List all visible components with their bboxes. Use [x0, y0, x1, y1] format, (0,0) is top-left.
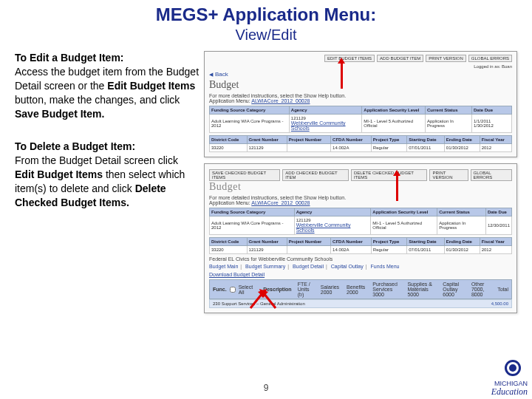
edit-bold-2: Save Budget Item.: [15, 108, 104, 120]
app-menu-line-2: Application Menu: ALWIACore_2012_00028: [209, 200, 512, 205]
td-agency: 121129Webberville Community Schools: [289, 115, 362, 133]
arrow-annotation-icon: [338, 58, 345, 89]
col: Purchased Services 3000: [372, 282, 400, 297]
col: Total: [497, 287, 508, 292]
th: Ending Date: [444, 136, 480, 144]
col: Other 7000, 8000: [471, 282, 490, 297]
td: Adult Learning WIA Core Programs - 2012: [210, 216, 295, 235]
edit-text-2: button, make the changes, and click: [15, 94, 180, 106]
th-status: Current Status: [425, 106, 471, 115]
action-button-row: SAVE CHECKED BUDGET ITEMS ADD CHECKED BU…: [209, 169, 512, 181]
tab-capital-outlay[interactable]: Capital Outlay: [331, 264, 364, 269]
td-seclevel: MI-1 - Level 5 Authorized Official: [362, 115, 426, 133]
td-status: Application In Progress: [425, 115, 471, 133]
th: Funding Source Category: [210, 208, 295, 216]
td: [287, 144, 330, 152]
global-errors-button[interactable]: GLOBAL ERRORS: [468, 55, 512, 62]
th: Ending Date: [444, 238, 480, 246]
add-budget-item-button[interactable]: ADD BUDGET ITEM: [377, 55, 423, 62]
select-all-checkbox[interactable]: [230, 287, 236, 293]
funding-table-2: Funding Source Category Agency Applicati…: [209, 208, 512, 235]
td: 07/01/2011: [407, 246, 445, 254]
app-menu-line: Application Menu: ALWIACore_2012_00028: [209, 98, 512, 103]
edit-budget-items-button[interactable]: EDIT BUDGET ITEMS: [324, 55, 375, 62]
district-table-2: District Code Grant Number Project Numbe…: [209, 237, 512, 254]
th: Project Number: [287, 238, 330, 246]
page-subtitle: View/Edit: [0, 27, 532, 44]
delete-checked-button[interactable]: DELETE CHECKED BUDGET ITEMS: [351, 169, 428, 181]
screenshot-budget-detail: SAVE CHECKED BUDGET ITEMS ADD CHECKED BU…: [204, 163, 517, 313]
delete-instructions: To Delete a Budget Item: From the Budget…: [15, 140, 200, 209]
help-text: For more detailed instructions, select t…: [209, 93, 512, 98]
arrow-annotation-icon: [256, 289, 279, 311]
th-seclevel: Application Security Level: [362, 106, 426, 115]
add-checked-button[interactable]: ADD CHECKED BUDGET ITEM: [282, 169, 349, 181]
page-title: MEGS+ Application Menu:: [0, 4, 532, 25]
th: Grant Number: [247, 238, 287, 246]
th-datedue: Date Due: [472, 106, 512, 115]
td: Regular: [371, 144, 406, 152]
th: Current Status: [437, 208, 486, 216]
td: 121129: [247, 144, 287, 152]
td: 12/30/2011: [485, 216, 511, 235]
delete-text-1: From the Budget Detail screen click: [15, 154, 178, 166]
th-funding: Funding Source Category: [210, 106, 290, 115]
th: District Code: [210, 136, 248, 144]
td: 33220: [210, 246, 248, 254]
back-link[interactable]: Back: [209, 71, 512, 78]
tab-budget-summary[interactable]: Budget Summary: [245, 264, 285, 269]
page-number: 9: [264, 383, 269, 393]
global-errors-button-2[interactable]: GLOBAL ERRORS: [471, 169, 512, 181]
th-agency: Agency: [289, 106, 362, 115]
td: 121129: [247, 246, 287, 254]
delete-heading: To Delete a Budget Item:: [15, 140, 135, 152]
tab-budget-detail[interactable]: Budget Detail: [293, 264, 324, 269]
th: Application Security Level: [371, 208, 437, 216]
th: Grant Number: [247, 136, 287, 144]
district-table: District Code Grant Number Project Numbe…: [209, 135, 512, 152]
th: Project Type: [371, 136, 406, 144]
value-amount[interactable]: 4,500.00: [491, 301, 508, 306]
td: 14.002A: [331, 246, 372, 254]
col: Benefits 2000: [347, 284, 365, 295]
td: Regular: [371, 246, 406, 254]
app-menu-link[interactable]: ALWIACore_2012_00028: [251, 98, 310, 103]
col: Salaries 2000: [321, 284, 339, 295]
td-datedue: 1/1/2011 1/30/2012: [472, 115, 512, 133]
func-label: Func.: [213, 287, 227, 292]
td: 01/30/2012: [444, 144, 480, 152]
download-budget-detail-link[interactable]: Download Budget Detail: [209, 272, 265, 277]
delete-bold-1: Edit Budget Items: [15, 168, 103, 180]
funding-table: Funding Source Category Agency Applicati…: [209, 106, 512, 133]
content-area: To Edit a Budget Item: Access the budget…: [0, 51, 532, 313]
print-version-button-2[interactable]: PRINT VERSION: [429, 169, 468, 181]
th: Fiscal Year: [480, 136, 511, 144]
print-version-button[interactable]: PRINT VERSION: [426, 55, 466, 62]
screenshot-budget-top: EDIT BUDGET ITEMS ADD BUDGET ITEM PRINT …: [204, 51, 517, 157]
edit-instructions: To Edit a Budget Item: Access the budget…: [15, 51, 200, 120]
th: District Code: [210, 238, 248, 246]
edit-heading: To Edit a Budget Item:: [15, 52, 124, 64]
app-menu-link-2[interactable]: ALWIACore_2012_00028: [251, 200, 310, 205]
help-text-2: For more detailed instructions, select t…: [209, 195, 512, 200]
screenshots-column: EDIT BUDGET ITEMS ADD BUDGET ITEM PRINT …: [204, 51, 517, 313]
th: CFDA Number: [331, 136, 372, 144]
federal-line: Federal EL Civics for Webberville Commun…: [209, 256, 512, 262]
save-checked-button[interactable]: SAVE CHECKED BUDGET ITEMS: [209, 169, 280, 181]
th: Agency: [294, 208, 371, 216]
michigan-education-logo: MICHIGAN Education: [491, 358, 528, 396]
td: 07/01/2011: [407, 144, 445, 152]
seal-icon: [498, 358, 528, 378]
td-funding: Adult Learning WIA Core Programs - 2012: [210, 115, 290, 133]
td: 2012: [480, 144, 511, 152]
budget-heading-2: Budget: [209, 181, 512, 193]
col: FTE / Units (b): [298, 282, 313, 297]
tab-budget-main[interactable]: Budget Main: [209, 264, 238, 269]
th: CFDA Number: [331, 238, 372, 246]
budget-heading: Budget: [209, 79, 512, 91]
tab-funds-menu[interactable]: Funds Menu: [371, 264, 400, 269]
td: MI-1 - Level 5 Authorized Official: [371, 216, 437, 235]
tab-line: Budget Main| Budget Summary| Budget Deta…: [209, 264, 512, 269]
td: 121129Webberville Community Schools: [294, 216, 371, 235]
th: Fiscal Year: [480, 238, 511, 246]
